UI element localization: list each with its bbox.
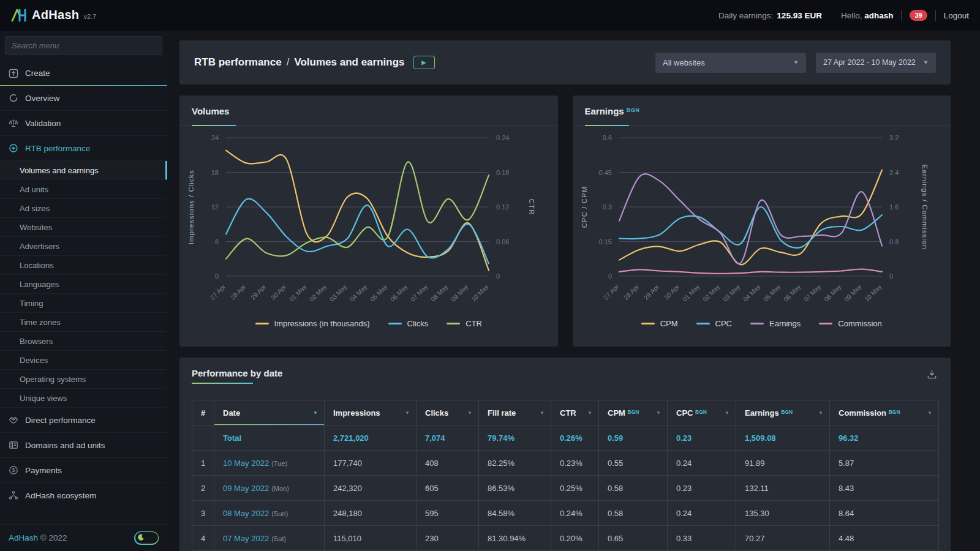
svg-text:0: 0: [496, 272, 500, 280]
total-value: 0.59: [599, 425, 668, 451]
svg-text:04 May: 04 May: [349, 282, 369, 302]
date-range-dropdown[interactable]: 27 Apr 2022 - 10 May 2022 ▼: [816, 53, 936, 73]
sidebar-item-create[interactable]: Create: [0, 61, 167, 86]
column-header-fill-rate[interactable]: Fill rate▼: [479, 400, 551, 425]
sidebar-item-validation[interactable]: Validation: [0, 111, 167, 136]
legend-item-clicks[interactable]: Clicks: [388, 319, 429, 328]
search-input[interactable]: [5, 36, 162, 55]
table-cell: 82.25%: [479, 451, 551, 476]
svg-text:Earnings / Commission: Earnings / Commission: [921, 164, 929, 249]
total-value: 7,074: [417, 425, 479, 451]
sidebar-item-locations[interactable]: Locations: [0, 256, 167, 275]
app-name: AdHash: [32, 8, 79, 22]
table-cell: 605: [417, 476, 479, 501]
sidebar-item-ad-sizes[interactable]: Ad sizes: [0, 199, 167, 218]
svg-text:28 Apr: 28 Apr: [228, 283, 247, 301]
legend-item-ctr[interactable]: CTR: [447, 319, 482, 328]
sidebar-subitem-label: Ad sizes: [20, 204, 50, 213]
svg-text:04 May: 04 May: [741, 282, 761, 302]
divider: [901, 10, 902, 21]
sidebar-item-timing[interactable]: Timing: [0, 294, 167, 313]
svg-text:09 May: 09 May: [450, 282, 470, 302]
svg-text:24: 24: [211, 134, 219, 141]
date-link[interactable]: 10 May 2022: [223, 459, 269, 468]
table-cell: 0.58: [599, 501, 668, 526]
column-header-ctr[interactable]: CTR▼: [551, 400, 599, 425]
table-cell: 91.89: [736, 451, 830, 476]
svg-text:18: 18: [211, 169, 219, 176]
table-cell: 0.33: [668, 526, 736, 551]
page-header-panel: RTB performance / Volumes and earnings ▶…: [179, 40, 951, 84]
column-header-cpm[interactable]: CPM BGN▼: [599, 400, 668, 425]
sidebar-item-domains-and-ad-units[interactable]: Domains and ad units: [0, 433, 167, 458]
column-header-clicks[interactable]: Clicks▼: [417, 400, 479, 425]
table-cell: 0.55: [599, 451, 668, 476]
app-logo[interactable]: AdHash v2.7: [11, 8, 96, 23]
website-filter-dropdown[interactable]: All websites ▼: [655, 53, 806, 73]
svg-text:1.6: 1.6: [889, 203, 899, 211]
legend-swatch: [641, 323, 655, 324]
legend-swatch: [750, 323, 764, 324]
sidebar-item-rtb-performance[interactable]: RTB performance: [0, 136, 167, 161]
table-cell: 0.24%: [551, 501, 599, 526]
play-button[interactable]: ▶: [413, 56, 435, 69]
column-header-date[interactable]: Date▼: [214, 400, 325, 425]
date-link[interactable]: 08 May 2022: [223, 509, 269, 518]
table-cell: 177,740: [325, 451, 417, 476]
legend-item-impressions-in-thousands[interactable]: Impressions (in thousands): [255, 319, 370, 328]
legend-item-earnings[interactable]: Earnings: [750, 319, 801, 328]
legend-item-cpm[interactable]: CPM: [641, 319, 678, 328]
sidebar-item-label: AdHash ecosystem: [25, 491, 96, 500]
volumes-chart-title: Volumes: [192, 106, 229, 116]
sidebar-item-time-zones[interactable]: Time zones: [0, 313, 167, 332]
sidebar-item-payments[interactable]: $Payments: [0, 458, 167, 483]
sidebar-item-unique-views[interactable]: Unique views: [0, 389, 167, 408]
currency-unit: BGN: [628, 409, 639, 415]
row-number: 4: [192, 526, 214, 551]
sidebar-item-ad-units[interactable]: Ad units: [0, 180, 167, 199]
svg-text:0.3: 0.3: [602, 203, 611, 211]
sidebar-subitem-label: Advertisers: [20, 242, 59, 251]
sidebar-item-advertisers[interactable]: Advertisers: [0, 237, 167, 256]
footer-brand-link[interactable]: AdHash: [9, 533, 38, 542]
column-header-cpc[interactable]: CPC BGN▼: [668, 400, 736, 425]
breadcrumb-section: RTB performance: [194, 56, 282, 69]
column-header-earnings[interactable]: Earnings BGN▼: [736, 400, 830, 425]
row-number: 3: [192, 501, 214, 526]
legend-item-commission[interactable]: Commission: [819, 319, 882, 328]
domains-icon: [7, 440, 19, 450]
date-link[interactable]: 07 May 2022: [223, 534, 269, 543]
sidebar-item-direct-performance[interactable]: Direct performance: [0, 408, 167, 433]
sidebar-subitem-label: Volumes and earnings: [20, 166, 99, 175]
dark-mode-toggle[interactable]: [134, 531, 159, 545]
sidebar-subitem-label: Timing: [20, 299, 43, 308]
sidebar-item-browsers[interactable]: Browsers: [0, 332, 167, 351]
download-button[interactable]: [925, 368, 938, 383]
column-header-impressions[interactable]: Impressions▼: [325, 400, 417, 425]
svg-text:3.2: 3.2: [889, 134, 899, 141]
sidebar-item-operating-systems[interactable]: Operating systems: [0, 370, 167, 389]
chevron-down-icon: ▼: [923, 59, 929, 66]
charts-row: Volumes 0060.06120.12180.18240.24Impress…: [179, 96, 951, 347]
currency-unit: BGN: [889, 409, 900, 415]
table-cell: 81.30.94%: [479, 526, 551, 551]
sidebar-item-adhash-ecosystem[interactable]: AdHash ecosystem: [0, 483, 167, 508]
sidebar-item-languages[interactable]: Languages: [0, 275, 167, 294]
earnings-chart-panel: Earnings BGN 000.150.80.31.60.452.40.63.…: [573, 96, 951, 347]
table-cell: 86.53%: [479, 476, 551, 501]
row-number: 2: [192, 476, 214, 501]
svg-text:0: 0: [215, 272, 219, 280]
sidebar-item-websites[interactable]: Websites: [0, 218, 167, 237]
sidebar-item-devices[interactable]: Devices: [0, 351, 167, 370]
column-header-commission[interactable]: Commission BGN▼: [830, 400, 939, 425]
logout-button[interactable]: Logout: [944, 11, 969, 20]
notifications-badge[interactable]: 39: [910, 10, 927, 21]
svg-text:0.12: 0.12: [496, 203, 509, 211]
svg-text:29 Apr: 29 Apr: [249, 283, 267, 301]
legend-item-cpc[interactable]: CPC: [696, 319, 732, 328]
total-value: 0.23: [668, 425, 736, 451]
table-cell: 0.58: [599, 476, 668, 501]
sidebar-item-overview[interactable]: Overview: [0, 86, 167, 111]
date-link[interactable]: 09 May 2022: [223, 484, 269, 493]
sidebar-item-volumes-and-earnings[interactable]: Volumes and earnings: [0, 161, 167, 180]
